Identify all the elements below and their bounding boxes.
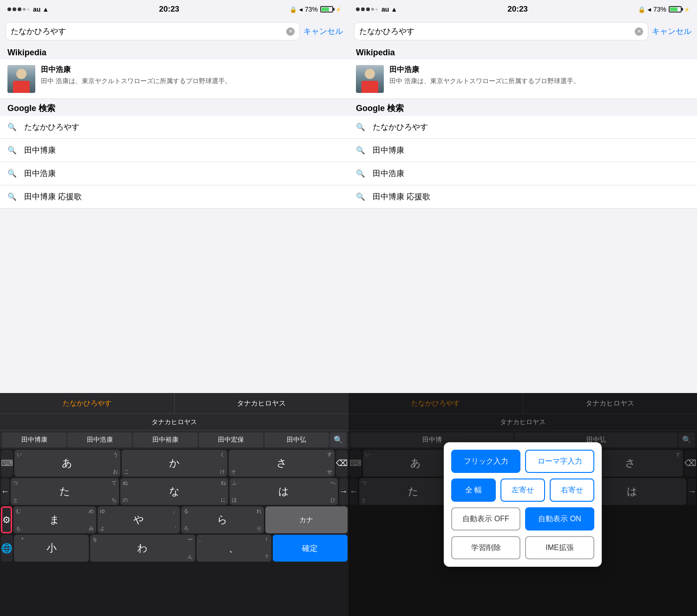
arrow-left-key-left[interactable]: ← [1,478,9,505]
key-sa-br: せ [327,468,332,475]
key-ma-left[interactable]: む ま め も み [13,506,96,533]
delete-learning-label: 学習削除 [471,543,501,553]
key-row-4-left: 🌐 ゛ 小 を わ ー ん 。 、 ！ ？ [1,535,348,562]
key-small-left[interactable]: ゛ 小 [14,535,89,562]
suggestion-left-0[interactable]: 🔍 たなかひろやす [0,116,348,139]
keyboard-switch-icon-left: ⌨ [1,458,13,468]
lock-icon: 🔒 [289,6,297,13]
candidate-left-0[interactable]: 田中博康 [2,433,66,447]
keyboard-icon-key-left[interactable]: ⌨ [1,450,13,477]
key-ka-left[interactable]: か く こ け [122,450,228,477]
auto-display-off-btn[interactable]: 自動表示 OFF [451,507,520,531]
search-input-right[interactable]: たなかひろやす [359,26,635,37]
popup-overlay-right: フリック入力 ローマ字入力 全 幅 左寄せ 右寄せ [348,393,697,616]
right-align-btn[interactable]: 右寄せ [550,478,594,502]
suggestion-left-1[interactable]: 🔍 田中博康 [0,139,348,162]
status-right-right: 🔒 ◂ 73% ⚡ [638,6,690,13]
full-width-btn[interactable]: 全 幅 [451,478,496,502]
left-align-btn[interactable]: 左寄せ [500,478,545,502]
dot1 [7,7,11,11]
kakutei-key-left[interactable]: 確定 [273,535,348,562]
suggestion-right-1[interactable]: 🔍 田中博康 [348,139,697,162]
key-ha-center: は [278,485,289,498]
status-bar-left: au ▲ 20:23 🔒 ◂ 73% ⚡ [0,0,348,19]
signal-dots-right [356,7,378,11]
carrier-label: au [33,6,40,13]
romaji-input-btn[interactable]: ローマ字入力 [525,450,594,473]
bolt-icon-right: ⚡ [684,7,690,12]
key-a-left[interactable]: い あ う お [14,450,120,477]
key-ma-tl: む [16,508,21,515]
search-clear-left[interactable]: ✕ [286,27,295,36]
key-na-bl: の [123,497,128,504]
key-ha-left[interactable]: ふ は へ ほ ひ [230,478,338,505]
key-ma-bl: も [16,525,21,532]
carrier-label-right: au [381,6,389,13]
key-ta-tr: て [112,479,117,486]
key-small-center: 小 [46,541,57,555]
ime-pred-sub-left[interactable]: タナカヒロヤス [0,413,348,430]
right-panel: au ▲ 20:23 🔒 ◂ 73% ⚡ たなかひろやす ✕ キャンセル Wik… [348,0,697,616]
status-time-left: 20:23 [159,5,179,14]
ime-pred-right-text[interactable]: タナカヒロヤス [175,393,349,413]
search-bar-left: たなかひろやす ✕ キャンセル [0,19,348,44]
suggestion-left-2[interactable]: 🔍 田中浩康 [0,162,348,185]
key-na-tl: ぬ [123,479,128,486]
delete-key-left[interactable]: ⌫ [336,450,348,477]
key-ya-left[interactable]: ゆ や 」 よ 「 [98,506,180,533]
key-ta-br: ち [112,497,117,504]
candidate-row-left: 田中博康 田中浩康 田中裕康 田中宏保 田中弘 🔍 [0,430,348,449]
cancel-button-right[interactable]: キャンセル [652,26,691,37]
key-period-left[interactable]: 。 、 ！ ？ [197,535,271,562]
candidate-left-2[interactable]: 田中裕康 [133,433,197,447]
key-ra-left[interactable]: る ら れ ろ り [181,506,264,533]
dot2 [13,7,16,11]
candidate-left-4[interactable]: 田中弘 [264,433,329,447]
search-icon-right-3: 🔍 [356,192,365,201]
wiki-card-right[interactable]: 田中浩康 田中 浩康は、東京ヤクルトスワローズに所属するプロ野球選手。 [348,59,697,99]
gear-key-left[interactable]: ⚙ [1,506,12,533]
wikipedia-header-left: Wikipedia [0,44,348,59]
ime-expand-btn[interactable]: IME拡張 [525,536,594,559]
romaji-input-label: ローマ字入力 [538,457,582,466]
wiki-desc-right: 田中 浩康は、東京ヤクルトスワローズに所属するプロ野球選手。 [389,77,690,86]
auto-display-on-btn[interactable]: 自動表示 ON [525,507,594,531]
ime-pred-sub-text-left: タナカヒロヤス [151,418,197,426]
key-wa-left[interactable]: を わ ー ん [90,535,195,562]
suggestion-right-0[interactable]: 🔍 たなかひろやす [348,116,697,139]
key-sa-left[interactable]: さ す そ せ [229,450,335,477]
wiki-card-left[interactable]: 田中浩康 田中 浩康は、東京ヤクルトスワローズに所属するプロ野球選手。 [0,59,348,99]
delete-learning-btn[interactable]: 学習削除 [451,536,520,559]
key-na-tr: ね [221,479,226,486]
dot2r [361,7,365,11]
cancel-button-left[interactable]: キャンセル [303,26,343,37]
search-icon-right-1: 🔍 [356,146,365,155]
key-wa-tl: を [92,536,98,543]
kana-key-left[interactable]: カナ [265,506,348,533]
key-ta-left[interactable]: つ た て と ち [11,478,119,505]
suggestion-text-right-0: たなかひろやす [373,122,428,132]
key-na-left[interactable]: ぬ な ね の に [120,478,229,505]
suggestion-right-3[interactable]: 🔍 田中博康 応援歌 [348,185,697,209]
arrow-right-key-left[interactable]: → [339,478,348,505]
ime-pred-left-text[interactable]: たなかひろやす [0,393,175,413]
flick-input-btn[interactable]: フリック入力 [451,450,520,473]
left-panel: au ▲ 20:23 🔒 ◂ 73% ⚡ たなかひろやす ✕ キャンセル Wik… [0,0,348,616]
battery-fill-right [670,7,677,11]
suggestion-right-2[interactable]: 🔍 田中浩康 [348,162,697,185]
search-input-container-left[interactable]: たなかひろやす ✕ [6,22,300,40]
key-ka-br: け [220,468,225,475]
candidate-search-left[interactable]: 🔍 [330,433,347,447]
globe-key-left[interactable]: 🌐 [1,535,13,562]
search-input-container-right[interactable]: たなかひろやす ✕ [354,22,648,40]
wiki-image-right [356,65,384,93]
candidate-left-1[interactable]: 田中浩康 [67,433,132,447]
kana-keyboard-left: ⌨ い あ う お か く こ け さ [0,449,348,564]
search-clear-right[interactable]: ✕ [635,27,643,36]
search-input-left[interactable]: たなかひろやす [11,26,286,37]
wiki-image-left [7,65,35,93]
bolt-icon-left: ⚡ [335,7,341,12]
candidate-left-3[interactable]: 田中宏保 [199,433,263,447]
wiki-info-right: 田中浩康 田中 浩康は、東京ヤクルトスワローズに所属するプロ野球選手。 [389,65,690,93]
suggestion-left-3[interactable]: 🔍 田中博康 応援歌 [0,185,348,209]
